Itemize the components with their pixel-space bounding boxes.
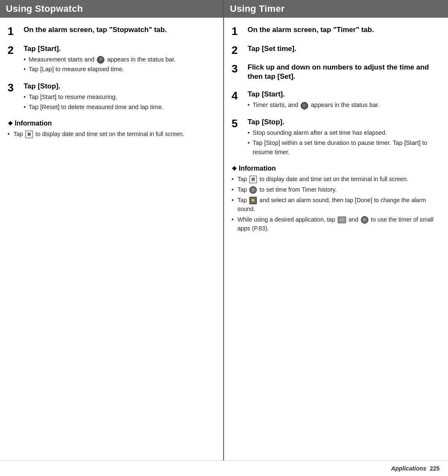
right-bullet-4-1: Timer starts, and ⏲ appears in the statu… (248, 101, 440, 110)
left-info-title: Information (8, 120, 216, 127)
left-info: Information Tap ▦ to display date and ti… (8, 120, 216, 139)
left-info-bullets: Tap ▦ to display date and time set on th… (8, 130, 216, 139)
stopwatch-icon: ⏱ (97, 56, 104, 64)
right-step-bullets-5: Stop sounding alarm after a set time has… (248, 128, 440, 157)
page-content: Using Stopwatch 1 On the alarm screen, t… (0, 0, 448, 460)
left-step-1: 1 On the alarm screen, tap "Stopwatch" t… (8, 25, 216, 37)
right-step-5: 5 Tap [Stop]. Stop sounding alarm after … (232, 118, 440, 158)
timersmall-icon: ↺ (249, 186, 257, 194)
right-step-number-2: 2 (232, 44, 248, 56)
page-footer: Applications 225 (0, 460, 448, 476)
step-bullets-3: Tap [Start] to resume measuring. Tap [Re… (24, 93, 216, 112)
step-title-2: Tap [Start]. (24, 44, 216, 53)
left-info-bullet-1: Tap ▦ to display date and time set on th… (8, 130, 216, 139)
right-step-4: 4 Tap [Start]. Timer starts, and ⏲ appea… (232, 90, 440, 111)
left-column: Using Stopwatch 1 On the alarm screen, t… (0, 0, 224, 460)
right-header: Using Timer (224, 0, 448, 18)
step-number-1: 1 (8, 25, 24, 37)
right-step-content-1: On the alarm screen, tap "Timer" tab. (248, 25, 440, 36)
footer-section-label: Applications (391, 465, 427, 472)
timericon2: ⏲ (361, 216, 368, 224)
right-step-2: 2 Tap [Set time]. (232, 44, 440, 56)
step-bullets-2: Measurement starts and ⏱ appears in the … (24, 55, 216, 75)
right-step-number-1: 1 (232, 25, 248, 37)
right-step-3: 3 Flick up and down on numbers to adjust… (232, 63, 440, 83)
right-info-bullet-3: Tap 🔔 and select an alarm sound, then ta… (232, 196, 440, 214)
left-header: Using Stopwatch (0, 0, 223, 18)
step-content-3: Tap [Stop]. Tap [Start] to resume measur… (24, 82, 216, 113)
step-content-1: On the alarm screen, tap "Stopwatch" tab… (24, 25, 216, 36)
right-step-1: 1 On the alarm screen, tap "Timer" tab. (232, 25, 440, 37)
right-bullet-5-2: Tap [Stop] within a set time duration to… (248, 139, 440, 157)
right-step-content-4: Tap [Start]. Timer starts, and ⏲ appears… (248, 90, 440, 111)
right-body: 1 On the alarm screen, tap "Timer" tab. … (224, 18, 448, 460)
timer-icon: ⏲ (301, 102, 308, 110)
calendar-icon-right: ▦ (249, 176, 257, 183)
footer-page-number: 225 (430, 465, 440, 472)
right-step-bullets-4: Timer starts, and ⏲ appears in the statu… (248, 101, 440, 110)
right-bullet-5-1: Stop sounding alarm after a set time has… (248, 128, 440, 138)
step-title-1: On the alarm screen, tap "Stopwatch" tab… (24, 25, 216, 35)
bullet-2-1: Measurement starts and ⏱ appears in the … (24, 55, 216, 64)
right-info-bullet-2: Tap ↺ to set time from Timer history. (232, 185, 440, 194)
left-step-3: 3 Tap [Stop]. Tap [Start] to resume meas… (8, 82, 216, 113)
step-number-2: 2 (8, 44, 24, 56)
right-info-bullet-4: While using a desired application, tap ▭… (232, 215, 440, 233)
right-info-bullets: Tap ▦ to display date and time set on th… (232, 175, 440, 233)
alarm-icon: 🔔 (249, 197, 257, 204)
step-title-3: Tap [Stop]. (24, 82, 216, 91)
right-step-title-3: Flick up and down on numbers to adjust t… (248, 63, 440, 81)
bullet-2-2: Tap [Lap] to measure elapsed time. (24, 65, 216, 74)
step-number-3: 3 (8, 82, 24, 94)
bullet-3-1: Tap [Start] to resume measuring. (24, 93, 216, 102)
right-step-content-5: Tap [Stop]. Stop sounding alarm after a … (248, 118, 440, 158)
right-step-title-5: Tap [Stop]. (248, 118, 440, 127)
right-step-title-2: Tap [Set time]. (248, 44, 440, 53)
right-info: Information Tap ▦ to display date and ti… (232, 165, 440, 233)
calendar-icon-left: ▦ (25, 131, 33, 138)
smallapp-icon: ▭ (338, 217, 346, 223)
right-step-number-4: 4 (232, 90, 248, 102)
right-step-title-4: Tap [Start]. (248, 90, 440, 99)
left-body: 1 On the alarm screen, tap "Stopwatch" t… (0, 18, 223, 460)
right-info-title: Information (232, 165, 440, 172)
right-column: Using Timer 1 On the alarm screen, tap "… (224, 0, 448, 460)
right-step-number-3: 3 (232, 63, 248, 75)
right-step-content-3: Flick up and down on numbers to adjust t… (248, 63, 440, 83)
right-step-number-5: 5 (232, 118, 248, 130)
left-step-2: 2 Tap [Start]. Measurement starts and ⏱ … (8, 44, 216, 75)
bullet-3-2: Tap [Reset] to delete measured time and … (24, 103, 216, 112)
step-content-2: Tap [Start]. Measurement starts and ⏱ ap… (24, 44, 216, 75)
right-step-content-2: Tap [Set time]. (248, 44, 440, 55)
right-info-bullet-1: Tap ▦ to display date and time set on th… (232, 175, 440, 184)
right-step-title-1: On the alarm screen, tap "Timer" tab. (248, 25, 440, 35)
